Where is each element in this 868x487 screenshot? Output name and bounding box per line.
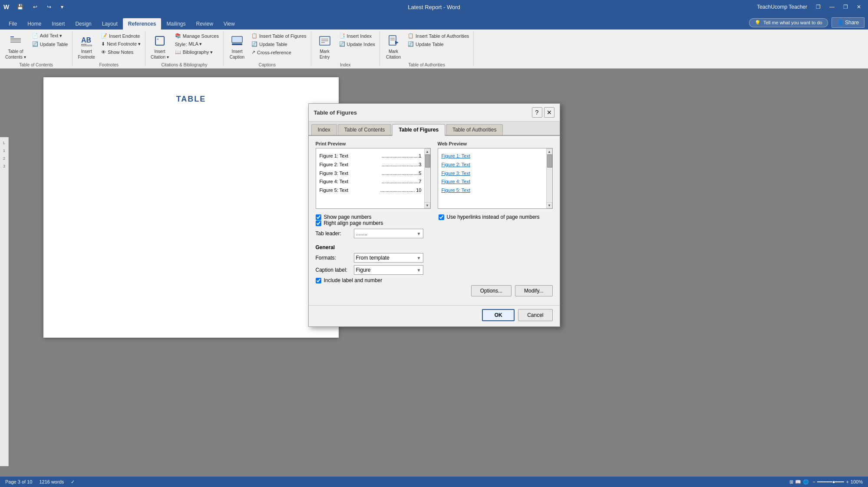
insert-table-of-figures-button[interactable]: 📋 Insert Table of Figures <box>250 32 308 39</box>
insert-citation-button[interactable]: " InsertCitation ▾ <box>148 32 172 62</box>
web-item-1[interactable]: Figure 1: Text <box>442 152 544 161</box>
dialog-tab-tof[interactable]: Table of Figures <box>392 124 445 136</box>
manage-sources-button[interactable]: 📚 Manage Sources <box>173 32 221 39</box>
web-scroll-down-arrow[interactable]: ▼ <box>546 202 552 208</box>
web-item-4[interactable]: Figure 4: Text <box>442 178 544 186</box>
next-footnote-label: Next Footnote ▾ <box>107 41 141 47</box>
next-footnote-button[interactable]: ⬇ Next Footnote ▾ <box>99 40 142 48</box>
formats-select[interactable]: From template ▼ <box>354 253 423 263</box>
mark-citation-button[interactable]: MarkCitation <box>383 32 404 62</box>
insert-index-icon: 📑 <box>339 33 345 39</box>
web-item-5[interactable]: Figure 5: Text <box>442 186 544 195</box>
index-group-content: MarkEntry 📑 Insert Index 🔄 Update Index <box>314 32 377 62</box>
caption-label-select[interactable]: Figure ▼ <box>354 265 423 275</box>
update-table-captions-button[interactable]: 🔄 Update Table <box>250 40 308 48</box>
bibliography-button[interactable]: 📖 Bibliography ▾ <box>173 49 221 56</box>
caption-label-arrow-icon: ▼ <box>417 268 421 273</box>
tab-leader-select[interactable]: ........ ▼ <box>354 229 423 238</box>
insert-citation-label: InsertCitation ▾ <box>151 49 169 60</box>
scroll-thumb[interactable] <box>425 155 430 168</box>
share-button[interactable]: 👤 Share <box>832 17 865 28</box>
web-layout-icon[interactable]: 🌐 <box>803 479 809 485</box>
scroll-up-arrow[interactable]: ▲ <box>424 148 430 155</box>
dialog-help-button[interactable]: ? <box>532 107 542 118</box>
dialog-tab-toa[interactable]: Table of Authorities <box>446 124 503 135</box>
tab-home[interactable]: Home <box>22 18 46 30</box>
title-bar-right: TeachUcomp Teacher ❐ — ❐ ✕ <box>757 2 865 12</box>
right-options: Use hyperlinks instead of page numbers <box>439 214 553 241</box>
tab-review[interactable]: Review <box>191 18 218 30</box>
insert-index-button[interactable]: 📑 Insert Index <box>337 32 377 39</box>
status-right: ⊞ 📖 🌐 − ━━━━━●━━━ + 100% <box>789 479 863 485</box>
web-item-3[interactable]: Figure 3: Text <box>442 169 544 178</box>
customize-qat-button[interactable]: ▾ <box>57 2 67 12</box>
use-hyperlinks-checkbox[interactable] <box>439 214 444 220</box>
view-mode-icons: ⊞ 📖 🌐 <box>789 479 809 485</box>
right-align-label: Right align page numbers <box>324 220 383 226</box>
save-button[interactable]: 💾 <box>13 2 27 12</box>
mark-entry-button[interactable]: MarkEntry <box>314 32 336 62</box>
ribbon-group-citations: " InsertCitation ▾ 📚 Manage Sources Styl… <box>145 31 224 66</box>
tab-mailings[interactable]: Mailings <box>161 18 191 30</box>
right-align-checkbox[interactable] <box>316 220 321 226</box>
print-item-5-label: Figure 5: Text <box>320 186 348 195</box>
toc-icon <box>9 34 23 48</box>
insert-caption-button[interactable]: InsertCaption <box>226 32 248 62</box>
document-heading: TABLE <box>61 95 321 104</box>
tab-file[interactable]: File <box>3 18 22 30</box>
table-of-contents-button[interactable]: Table ofContents ▾ <box>3 32 29 62</box>
modify-button[interactable]: Modify... <box>515 285 552 296</box>
zoom-level: 100% <box>851 479 863 484</box>
update-table-button-toc[interactable]: 🔄 Update Table <box>30 40 70 48</box>
tab-insert[interactable]: Insert <box>46 18 70 30</box>
tab-view[interactable]: View <box>218 18 240 30</box>
formats-row: Formats: From template ▼ <box>316 253 553 263</box>
close-window-button[interactable]: ✕ <box>853 2 865 12</box>
update-index-button[interactable]: 🔄 Update Index <box>337 40 377 48</box>
style-select-button[interactable]: Style: MLA ▾ <box>173 40 221 48</box>
include-label-checkbox[interactable] <box>316 278 321 283</box>
minimize-button[interactable]: — <box>826 2 838 12</box>
update-index-icon: 🔄 <box>339 41 345 47</box>
print-item-4-label: Figure 4: Text <box>320 178 348 186</box>
cross-reference-button[interactable]: ↗ Cross-reference <box>250 49 308 56</box>
show-notes-button[interactable]: 👁 Show Notes <box>99 49 142 56</box>
dialog-tab-index[interactable]: Index <box>311 124 337 135</box>
zoom-slider[interactable]: ━━━━━●━━━ <box>817 479 845 485</box>
toc-small-buttons: 📄 Add Text ▾ 🔄 Update Table <box>30 32 70 48</box>
print-layout-icon[interactable]: ⊞ <box>789 479 793 485</box>
zoom-in-icon[interactable]: + <box>846 479 848 484</box>
restore-window-button[interactable]: ❐ <box>812 2 824 12</box>
read-mode-icon[interactable]: 📖 <box>795 479 801 485</box>
options-button[interactable]: Options... <box>471 285 512 296</box>
dialog-close-button[interactable]: ✕ <box>544 107 554 118</box>
footnotes-small-buttons: 📝 Insert Endnote ⬇ Next Footnote ▾ 👁 Sho… <box>99 32 142 56</box>
add-text-button[interactable]: 📄 Add Text ▾ <box>30 32 70 39</box>
insert-endnote-button[interactable]: 📝 Insert Endnote <box>99 32 142 39</box>
zoom-out-icon[interactable]: − <box>812 479 815 484</box>
print-preview-title: Print Preview <box>316 141 431 146</box>
web-scroll-up-arrow[interactable]: ▲ <box>546 148 552 155</box>
print-item-5: Figure 5: Text .........................… <box>320 186 422 195</box>
maximize-button[interactable]: ❐ <box>840 2 851 12</box>
update-table-authorities-button[interactable]: 🔄 Update Table <box>406 40 471 48</box>
insert-table-authorities-button[interactable]: 📋 Insert Table of Authorities <box>406 32 471 39</box>
cancel-button[interactable]: Cancel <box>518 309 552 321</box>
web-scroll-thumb[interactable] <box>547 155 552 168</box>
undo-button[interactable]: ↩ <box>30 2 41 12</box>
tab-layout[interactable]: Layout <box>97 18 123 30</box>
web-item-2[interactable]: Figure 2: Text <box>442 161 544 169</box>
ok-button[interactable]: OK <box>482 309 515 321</box>
tab-design[interactable]: Design <box>70 18 96 30</box>
show-page-numbers-checkbox[interactable] <box>316 214 321 220</box>
tab-references[interactable]: References <box>123 18 162 30</box>
caption-label-value: Figure <box>356 267 371 273</box>
dialog-tab-toc[interactable]: Table of Contents <box>338 124 391 135</box>
insert-caption-icon <box>230 34 244 48</box>
insert-footnote-button[interactable]: AB 1 footnote InsertFootnote <box>75 32 97 62</box>
tell-me-input[interactable]: 💡 Tell me what you want to do <box>749 18 828 27</box>
citations-group-label: Citations & Bibliography <box>161 62 207 67</box>
index-group-label: Index <box>340 62 350 67</box>
redo-button[interactable]: ↪ <box>43 2 55 12</box>
scroll-down-arrow[interactable]: ▼ <box>424 202 430 208</box>
